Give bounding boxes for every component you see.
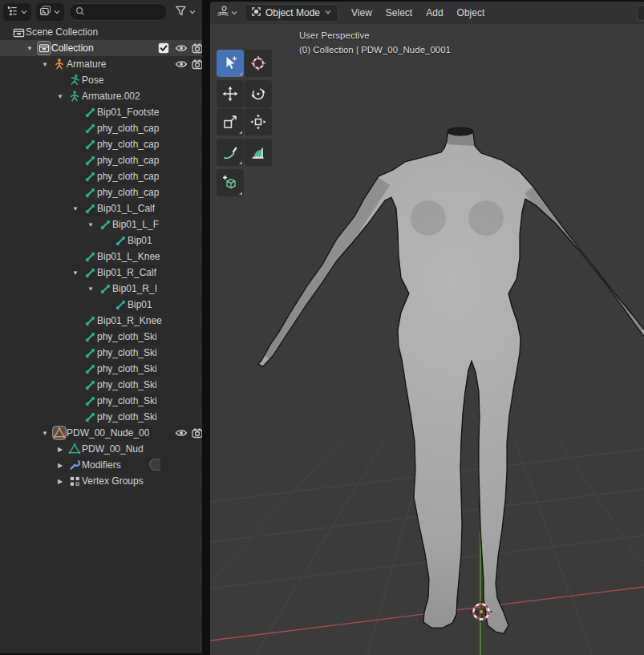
menu-add[interactable]: Add <box>426 7 443 18</box>
outliner-item-label: Bip01_L_Calf <box>97 203 155 214</box>
outliner-row[interactable]: ▼Bip01_R_Calf <box>0 265 202 281</box>
outliner-item-label: PDW_00_Nude_00 <box>67 427 149 439</box>
outliner-row[interactable]: ▶PDW_00_Nud <box>0 441 202 457</box>
outliner-row[interactable]: ▼Collection <box>0 40 202 56</box>
viewport-canvas[interactable]: User Perspective (0) Collection | PDW_00… <box>210 24 644 655</box>
outliner-item-label: Armature <box>67 59 106 70</box>
outliner-row[interactable]: phy_cloth_cap <box>0 168 202 184</box>
disclosure-triangle[interactable]: ▼ <box>68 269 83 277</box>
outliner-row[interactable]: Bip01_Footste <box>0 104 202 120</box>
tweak-select-tool-button[interactable] <box>217 50 244 77</box>
outliner-item-label: phy_cloth_Ski <box>97 347 157 358</box>
outliner-row[interactable]: phy_cloth_Ski <box>0 345 202 361</box>
search-input[interactable] <box>88 6 161 18</box>
outliner-row[interactable]: Pose <box>0 72 202 88</box>
outliner-rows: Scene Collection▼Collection▼ArmaturePose… <box>0 24 202 653</box>
transform-tool-button[interactable] <box>245 108 272 135</box>
outliner-item-label: phy_cloth_Ski <box>97 395 157 406</box>
bone-icon <box>113 235 128 247</box>
outliner-row[interactable]: ▼Bip01_L_F <box>0 216 202 232</box>
viewport-header: Object Mode View Select Add Object <box>210 2 644 24</box>
disclosure-triangle[interactable]: ▼ <box>53 93 67 100</box>
outliner-item-label: phy_cloth_Ski <box>97 379 157 390</box>
rotate-tool-button[interactable] <box>245 80 272 107</box>
outliner-item-label: Bip01_R_I <box>112 283 157 294</box>
mode-label: Object Mode <box>265 7 320 18</box>
chevron-down-icon <box>188 5 196 19</box>
outliner-row[interactable]: ▼Armature.002 <box>0 88 202 104</box>
eye-toggle-icon[interactable] <box>175 42 188 55</box>
mode-dropdown[interactable]: Object Mode <box>245 4 338 22</box>
outliner-row[interactable]: Bip01_R_Knee <box>0 313 202 329</box>
outliner-row[interactable]: ▶Modifiers <box>0 457 202 473</box>
eye-toggle-icon[interactable] <box>175 58 188 71</box>
clipped-header-button[interactable] <box>637 5 644 21</box>
bone-icon <box>83 187 97 199</box>
outliner-row[interactable]: phy_cloth_cap <box>0 184 202 200</box>
outliner-row[interactable]: ▼Armature <box>0 56 202 72</box>
outliner-row[interactable]: phy_cloth_Ski <box>0 377 202 393</box>
editor-type-dropdown[interactable] <box>3 3 31 21</box>
mesh-figure-wireframe[interactable] <box>258 127 644 633</box>
outliner-item-label: phy_cloth_Ski <box>97 363 157 374</box>
outliner-item-label: Bip01 <box>128 235 152 246</box>
outliner-row[interactable]: phy_cloth_Ski <box>0 409 202 425</box>
move-icon <box>221 85 239 103</box>
move-tool-button[interactable] <box>217 80 244 107</box>
armature-green-icon <box>67 90 82 103</box>
camera-toggle-icon[interactable] <box>191 42 202 55</box>
bone-icon <box>83 155 97 167</box>
outliner-row[interactable]: Bip01 <box>0 297 202 313</box>
disclosure-triangle[interactable]: ▶ <box>53 446 67 453</box>
add-cube-tool-button[interactable] <box>217 169 244 196</box>
menu-view[interactable]: View <box>351 7 372 18</box>
disclosure-triangle[interactable]: ▼ <box>83 221 98 228</box>
outliner-row[interactable]: Bip01_L_Knee <box>0 249 202 265</box>
outliner-row[interactable]: phy_cloth_cap <box>0 152 202 168</box>
outliner-row[interactable]: ▶Vertex Groups <box>0 473 202 489</box>
disclosure-triangle[interactable]: ▼ <box>22 45 37 52</box>
camera-toggle-icon[interactable] <box>191 427 202 439</box>
outliner-item-label: Bip01_R_Calf <box>97 267 156 278</box>
outliner-row[interactable]: ▼Bip01_L_Calf <box>0 200 202 216</box>
measure-tool-button[interactable] <box>245 139 272 166</box>
outliner-row[interactable]: phy_cloth_Ski <box>0 393 202 409</box>
display-mode-dropdown[interactable] <box>36 3 64 21</box>
eye-toggle-icon[interactable] <box>175 427 188 439</box>
bone-icon <box>83 411 97 423</box>
chevron-down-icon <box>53 5 61 19</box>
disclosure-triangle[interactable]: ▶ <box>53 478 67 485</box>
viewport-editor-type-dropdown[interactable] <box>215 3 240 22</box>
outliner-item-label: phy_cloth_cap <box>97 187 159 198</box>
outliner-row[interactable]: Bip01 <box>0 232 202 249</box>
chevron-down-icon <box>324 7 332 18</box>
mesh-active-icon <box>52 426 67 440</box>
cursor-tool-button[interactable] <box>245 50 272 77</box>
clipped-modifier-button[interactable] <box>149 459 160 471</box>
bone-icon <box>98 219 112 231</box>
menu-select[interactable]: Select <box>386 7 412 18</box>
outliner-item-label: PDW_00_Nud <box>82 443 144 455</box>
disclosure-triangle[interactable]: ▼ <box>83 285 98 293</box>
annotate-tool-button[interactable] <box>217 139 244 166</box>
bone-icon <box>83 203 97 215</box>
filter-dropdown[interactable] <box>172 5 199 20</box>
menu-object[interactable]: Object <box>457 7 485 18</box>
camera-toggle-icon[interactable] <box>191 58 202 71</box>
checkbox-toggle-icon[interactable] <box>157 42 170 55</box>
scale-tool-button[interactable] <box>217 108 244 135</box>
outliner-item-label: Scene Collection <box>26 26 98 38</box>
scene-3d <box>210 24 644 655</box>
outliner-row[interactable]: phy_cloth_cap <box>0 136 202 152</box>
outliner-row[interactable]: phy_cloth_Ski <box>0 361 202 377</box>
disclosure-triangle[interactable]: ▼ <box>38 430 52 437</box>
outliner-row[interactable]: ▼PDW_00_Nude_00 <box>0 425 202 441</box>
outliner-row[interactable]: ▼Bip01_R_I <box>0 281 202 297</box>
outliner-row[interactable]: phy_cloth_Ski <box>0 329 202 345</box>
disclosure-triangle[interactable]: ▼ <box>68 205 83 212</box>
outliner-row[interactable]: phy_cloth_cap <box>0 120 202 136</box>
disclosure-triangle[interactable]: ▶ <box>53 462 67 469</box>
disclosure-triangle[interactable]: ▼ <box>38 61 52 68</box>
object-mode-icon <box>251 6 261 19</box>
outliner-row[interactable]: Scene Collection <box>0 24 202 40</box>
